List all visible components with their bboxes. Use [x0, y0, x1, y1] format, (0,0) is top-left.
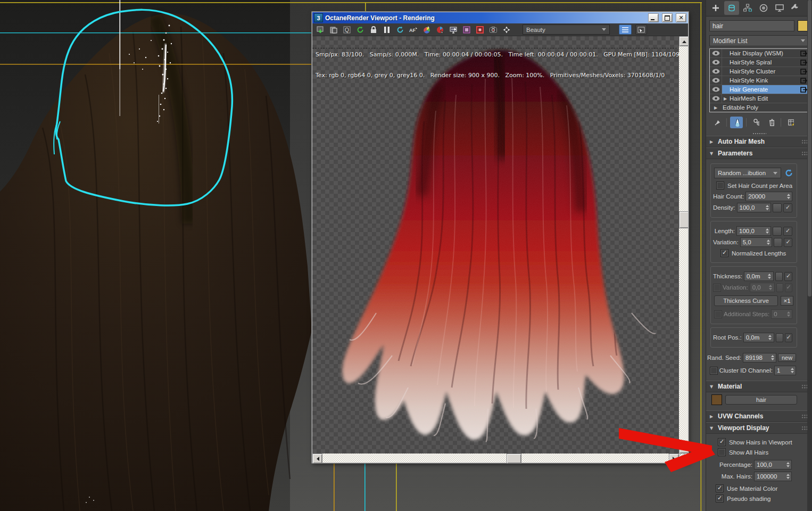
maximize-button[interactable] [662, 13, 673, 22]
panel-scroll-thumb[interactable] [808, 0, 811, 296]
rand-seed-spinner[interactable]: 89198 [743, 353, 776, 362]
tab-create[interactable] [708, 1, 723, 15]
rollout-viewport-display[interactable]: ▼ Viewport Display [706, 422, 812, 434]
max-hairs-spinner[interactable]: 100000 [754, 472, 792, 481]
scroll-up-button[interactable] [679, 36, 688, 46]
vertical-scrollbar[interactable] [679, 36, 688, 454]
root-pos-enable-check[interactable]: ✓ [785, 333, 792, 342]
pin-stack-button[interactable] [710, 117, 723, 128]
modifier-badge-icon[interactable] [800, 59, 807, 66]
rollout-material[interactable]: ▼ Material [706, 381, 812, 392]
thickness-curve-multiplier-button[interactable]: ×1 [781, 296, 793, 306]
remove-modifier-button[interactable] [765, 117, 777, 128]
refresh-render-icon[interactable] [395, 25, 405, 35]
horizontal-scrollbar[interactable] [312, 454, 679, 463]
scroll-left-button[interactable] [312, 454, 322, 464]
root-pos-map-button[interactable] [776, 333, 783, 342]
minimize-button[interactable] [648, 13, 659, 22]
set-hair-count-per-area-checkbox[interactable] [716, 182, 724, 189]
visibility-eye-icon[interactable] [710, 76, 722, 85]
rollout-uvw-channels[interactable]: ▶ UVW Channels [706, 410, 812, 422]
pseudo-shading-checkbox[interactable]: ✓ [716, 494, 724, 502]
modifier-list-dropdown[interactable]: Modifier List [709, 35, 809, 46]
thickness-variation-check[interactable]: ✓ [785, 283, 792, 292]
pause-render-icon[interactable] [382, 25, 392, 35]
log-panel-button[interactable] [619, 24, 632, 35]
modifier-badge-icon[interactable] [800, 86, 807, 93]
visibility-eye-icon[interactable] [710, 49, 722, 57]
camera-settings-icon[interactable] [488, 25, 498, 35]
cluster-id-spinner[interactable]: 1 [774, 366, 796, 375]
thickness-variation-checkbox[interactable] [713, 284, 721, 292]
resize-grip[interactable] [679, 454, 688, 463]
modifier-badge-icon[interactable] [800, 77, 807, 84]
modifier-badge-icon[interactable] [800, 68, 807, 75]
visibility-eye-icon[interactable] [710, 85, 722, 94]
rollout-auto-hair-mesh[interactable]: ▶ Auto Hair Mesh [706, 136, 812, 147]
restart-render-icon[interactable] [355, 25, 365, 35]
show-hairs-in-viewport-checkbox[interactable]: ✓ [718, 438, 726, 446]
new-seed-button[interactable]: new [778, 353, 796, 362]
panel-scrollbar[interactable] [807, 0, 812, 511]
tab-display[interactable] [772, 1, 787, 15]
pick-object-button[interactable] [635, 24, 647, 35]
modifier-row-kink[interactable]: HairStyle Kink [710, 76, 808, 85]
thickness-variation-map-button[interactable] [776, 283, 784, 292]
density-enable-check[interactable]: ✓ [783, 203, 792, 212]
material-button[interactable]: hair [725, 395, 797, 405]
close-button[interactable]: ✕ [676, 13, 686, 22]
copy-to-clipboard-icon[interactable] [329, 25, 338, 35]
modifier-row-hair-display[interactable]: Hair Display (WSM) [710, 49, 808, 58]
make-unique-button[interactable] [750, 117, 763, 128]
scroll-down-button[interactable] [679, 443, 688, 454]
material-color-swatch[interactable] [711, 394, 722, 405]
expand-arrow-icon[interactable]: ▶ [722, 96, 728, 101]
length-variation-spinner[interactable]: 5,0 [740, 237, 773, 247]
thickness-spinner[interactable]: 0,0m [744, 271, 774, 281]
viewport-lock-icon[interactable] [449, 25, 458, 35]
visibility-eye-icon[interactable] [710, 58, 722, 67]
thickness-map-button[interactable] [775, 272, 783, 281]
hair-count-spinner[interactable]: 20000 [745, 192, 792, 201]
normalized-lengths-checkbox[interactable]: ✓ [720, 249, 728, 257]
render-pass-select[interactable]: Beauty [523, 24, 610, 35]
visibility-eye-icon[interactable] [710, 94, 722, 103]
modifier-row-cluster[interactable]: HairStyle Cluster [710, 67, 808, 76]
thickness-curve-button[interactable]: Thickness Curve [714, 295, 778, 306]
autofocus-icon[interactable]: AF [409, 25, 418, 35]
thickness-enable-check[interactable]: ✓ [784, 272, 792, 281]
quick-save-icon[interactable]: Q [342, 25, 352, 35]
show-end-result-button[interactable] [730, 117, 743, 128]
tab-motion[interactable] [756, 1, 771, 15]
object-name-field[interactable]: hair [709, 20, 794, 31]
variation-map-button[interactable] [774, 238, 782, 247]
refresh-distribution-icon[interactable] [784, 169, 793, 177]
distribution-dropdown[interactable]: Random ...ibution [714, 168, 781, 178]
additional-steps-spinner[interactable]: 0 [771, 309, 792, 319]
tab-utilities[interactable] [788, 1, 803, 15]
density-map-button[interactable] [773, 203, 782, 212]
modifier-badge-icon[interactable] [800, 50, 807, 57]
scroll-right-button[interactable] [669, 454, 679, 464]
render-region-icon[interactable] [435, 25, 445, 35]
render-border-icon[interactable] [475, 25, 485, 35]
modifier-row-editable-poly[interactable]: ▶ Editable Poly [710, 103, 808, 112]
root-pos-spinner[interactable]: 0,0m [743, 333, 774, 342]
modifier-row-spiral[interactable]: HairStyle Spiral [710, 58, 808, 67]
horizontal-scroll-thumb[interactable] [507, 454, 521, 464]
vertical-scroll-thumb[interactable] [679, 211, 688, 228]
lock-resolution-icon[interactable] [369, 25, 378, 35]
tab-modify[interactable] [724, 1, 739, 15]
modifier-row-hairmesh-edit[interactable]: ▶HairMesh Edit [710, 94, 808, 103]
use-material-color-checkbox[interactable]: ✓ [716, 484, 724, 492]
length-spinner[interactable]: 100,0 [736, 226, 771, 236]
configure-modifier-sets-button[interactable] [784, 117, 797, 128]
shutter-icon[interactable] [502, 25, 511, 35]
cluster-id-channel-checkbox[interactable] [710, 367, 718, 375]
variation-enable-check[interactable]: ✓ [784, 238, 792, 247]
rollout-parameters[interactable]: ▼ Parameters [706, 147, 812, 159]
modifier-row-hair-generate-selected[interactable]: Hair Generate [710, 85, 808, 94]
additional-steps-checkbox[interactable] [714, 310, 722, 318]
percentage-spinner[interactable]: 100,0 [754, 460, 792, 469]
save-render-icon[interactable] [316, 25, 325, 35]
